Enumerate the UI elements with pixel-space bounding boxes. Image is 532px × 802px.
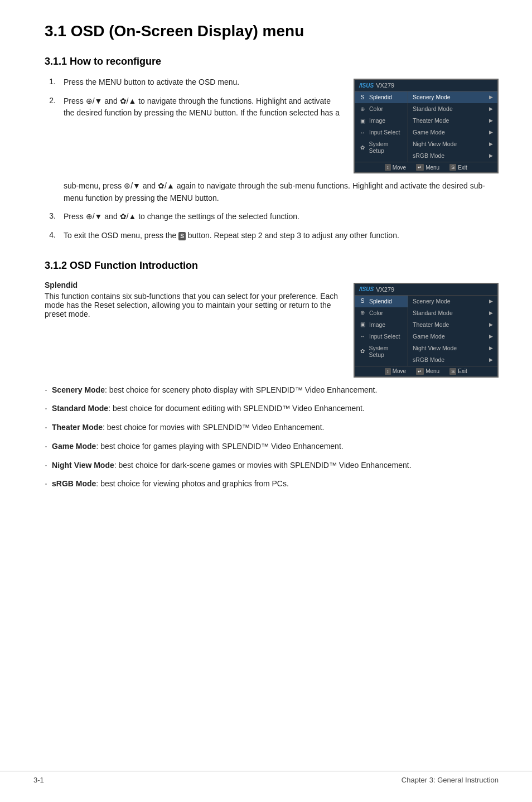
osd-footer-2: ↕ Move ↵ Menu S Exit bbox=[355, 366, 497, 376]
bullet-dot-5: · bbox=[45, 460, 47, 472]
sub-item-game: · Game Mode: best choice for games playi… bbox=[45, 441, 499, 453]
osd-item-splendid-2: S Splendid bbox=[355, 296, 408, 307]
asus-logo-1: /ISUS bbox=[359, 83, 374, 89]
osd-screenshot-2: /ISUS VX279 S Splendid ⊕ Color ▣ Image bbox=[354, 283, 499, 378]
exit-icon-1: S bbox=[449, 164, 456, 171]
osd-item-splendid-1: S Splendid bbox=[355, 91, 408, 103]
sub-item-theater: · Theater Mode: best choice for movies w… bbox=[45, 422, 499, 434]
osd-night-1: Night View Mode▶ bbox=[408, 138, 497, 150]
osd-theater-2: Theater Mode▶ bbox=[408, 319, 497, 331]
step-1-text: Press the MENU button to activate the OS… bbox=[64, 76, 340, 89]
splendid-label-2: Splendid bbox=[369, 298, 392, 305]
input-label-2: Input Select bbox=[369, 333, 400, 340]
osd-right-menu-2: Scenery Mode▶ Standard Mode▶ Theater Mod… bbox=[408, 296, 497, 366]
system-icon-2: ✿ bbox=[359, 348, 366, 354]
osd-item-input-1: ↔ Input Select bbox=[355, 127, 408, 138]
sub-item-night: · Night View Mode: best choice for dark-… bbox=[45, 460, 499, 472]
osd-item-system-1: ✿ System Setup bbox=[355, 138, 408, 157]
exit-label-1: Exit bbox=[458, 165, 467, 171]
section-311-title: 3.1.1 How to reconfigure bbox=[45, 56, 499, 67]
osd-body-1: S Splendid ⊕ Color ▣ Image ↔ Input Selec… bbox=[355, 91, 497, 162]
splendid-with-osd: Splendid This function contains six sub-… bbox=[45, 281, 499, 378]
osd-title-bar-1: /ISUS VX279 bbox=[355, 80, 497, 91]
steps-with-osd: 1. Press the MENU button to activate the… bbox=[45, 76, 499, 173]
osd-footer-exit-2: S Exit bbox=[449, 368, 467, 375]
menu-icon-1: ↵ bbox=[416, 164, 424, 171]
osd-item-image-2: ▣ Image bbox=[355, 319, 408, 331]
color-icon-2: ⊕ bbox=[359, 310, 366, 316]
step-3: 3. Press ⊕/▼ and ✿/▲ to change the setti… bbox=[45, 211, 499, 223]
move-label-1: Move bbox=[393, 165, 406, 171]
osd-srgb-2: sRGB Mode▶ bbox=[408, 354, 497, 366]
input-label-1: Input Select bbox=[369, 129, 400, 136]
osd-standard-2: Standard Mode▶ bbox=[408, 307, 497, 319]
steps-3-4: 3. Press ⊕/▼ and ✿/▲ to change the setti… bbox=[45, 211, 499, 241]
page-title: 3.1 OSD (On-Screen Display) menu bbox=[45, 22, 499, 40]
sub-item-standard-text: Standard Mode: best choice for document … bbox=[52, 403, 499, 415]
step-1: 1. Press the MENU button to activate the… bbox=[45, 76, 340, 89]
step-2-cont-spacer bbox=[45, 181, 56, 204]
osd-footer-exit-1: S Exit bbox=[449, 164, 467, 171]
color-icon-1: ⊕ bbox=[359, 106, 366, 112]
image-label-2: Image bbox=[369, 321, 385, 328]
input-icon-1: ↔ bbox=[359, 129, 366, 136]
osd-screenshot-1: /ISUS VX279 S Splendid ⊕ Color ▣ Image bbox=[354, 79, 499, 173]
osd-item-color-1: ⊕ Color bbox=[355, 103, 408, 115]
step-2-continuation: sub-menu, press ⊕/▼ and ✿/▲ again to nav… bbox=[45, 180, 499, 204]
color-label-2: Color bbox=[369, 310, 383, 316]
sub-item-scenery: · Scenery Mode: best choice for scenery … bbox=[45, 384, 499, 397]
section-311: 3.1.1 How to reconfigure 1. Press the ME… bbox=[45, 56, 499, 242]
splendid-title: Splendid bbox=[45, 281, 340, 289]
steps-text: 1. Press the MENU button to activate the… bbox=[45, 76, 340, 126]
steps-list: 1. Press the MENU button to activate the… bbox=[45, 76, 340, 119]
osd-footer-move-2: ↕ Move bbox=[385, 368, 406, 375]
step-2-cont-text: sub-menu, press ⊕/▼ and ✿/▲ again to nav… bbox=[64, 180, 499, 204]
step-3-text: Press ⊕/▼ and ✿/▲ to change the settings… bbox=[64, 211, 499, 223]
osd-footer-move-1: ↕ Move bbox=[385, 164, 406, 171]
step-3-num: 3. bbox=[45, 211, 56, 220]
section-312: 3.1.2 OSD Function Introduction Splendid… bbox=[45, 260, 499, 490]
splendid-icon-1: S bbox=[359, 94, 366, 100]
image-icon-1: ▣ bbox=[359, 118, 366, 124]
osd-srgb-1: sRGB Mode▶ bbox=[408, 150, 497, 162]
osd-item-input-2: ↔ Input Select bbox=[355, 331, 408, 342]
system-icon-1: ✿ bbox=[359, 144, 366, 151]
step-2-text: Press ⊕/▼ and ✿/▲ to navigate through th… bbox=[64, 95, 340, 119]
osd-model-1: VX279 bbox=[376, 82, 394, 89]
sub-item-scenery-text: Scenery Mode: best choice for scenery ph… bbox=[52, 384, 499, 397]
osd-game-1: Game Mode▶ bbox=[408, 127, 497, 138]
sub-item-night-text: Night View Mode: best choice for dark-sc… bbox=[52, 460, 499, 472]
step-4-text: To exit the OSD menu, press the S button… bbox=[64, 230, 499, 242]
splendid-sub-list: · Scenery Mode: best choice for scenery … bbox=[45, 384, 499, 490]
osd-item-image-1: ▣ Image bbox=[355, 115, 408, 127]
osd-body-2: S Splendid ⊕ Color ▣ Image ↔ Input Selec… bbox=[355, 296, 497, 366]
menu-icon-2: ↵ bbox=[416, 368, 424, 375]
osd-game-2: Game Mode▶ bbox=[408, 331, 497, 342]
exit-label-2: Exit bbox=[458, 368, 467, 374]
color-label-1: Color bbox=[369, 105, 383, 112]
osd-footer-menu-1: ↵ Menu bbox=[416, 164, 439, 171]
bullet-dot-3: · bbox=[45, 422, 47, 434]
asus-logo-2: /ISUS bbox=[359, 286, 374, 292]
bullet-dot-4: · bbox=[45, 441, 47, 453]
osd-scenery-2: Scenery Mode▶ bbox=[408, 296, 497, 307]
system-label-2: System Setup bbox=[369, 345, 404, 358]
splendid-label-1: Splendid bbox=[369, 94, 392, 100]
osd-title-bar-2: /ISUS VX279 bbox=[355, 284, 497, 296]
sub-item-srgb-text: sRGB Mode: best choice for viewing photo… bbox=[52, 478, 499, 490]
sub-item-standard: · Standard Mode: best choice for documen… bbox=[45, 403, 499, 415]
footer-page-num: 3-1 bbox=[33, 776, 44, 784]
osd-model-2: VX279 bbox=[376, 286, 394, 293]
step-4: 4. To exit the OSD menu, press the S but… bbox=[45, 230, 499, 242]
osd-scenery-1: Scenery Mode▶ bbox=[408, 91, 497, 103]
step-2: 2. Press ⊕/▼ and ✿/▲ to navigate through… bbox=[45, 95, 340, 119]
sub-item-game-text: Game Mode: best choice for games playing… bbox=[52, 441, 499, 453]
bullet-dot-6: · bbox=[45, 478, 47, 490]
move-icon-2: ↕ bbox=[385, 368, 391, 375]
move-label-2: Move bbox=[393, 368, 406, 374]
osd-left-menu-2: S Splendid ⊕ Color ▣ Image ↔ Input Selec… bbox=[355, 296, 408, 366]
splendid-icon-2: S bbox=[359, 298, 366, 304]
bullet-dot-1: · bbox=[45, 384, 47, 397]
menu-label-2: Menu bbox=[425, 368, 439, 374]
osd-standard-1: Standard Mode▶ bbox=[408, 103, 497, 115]
